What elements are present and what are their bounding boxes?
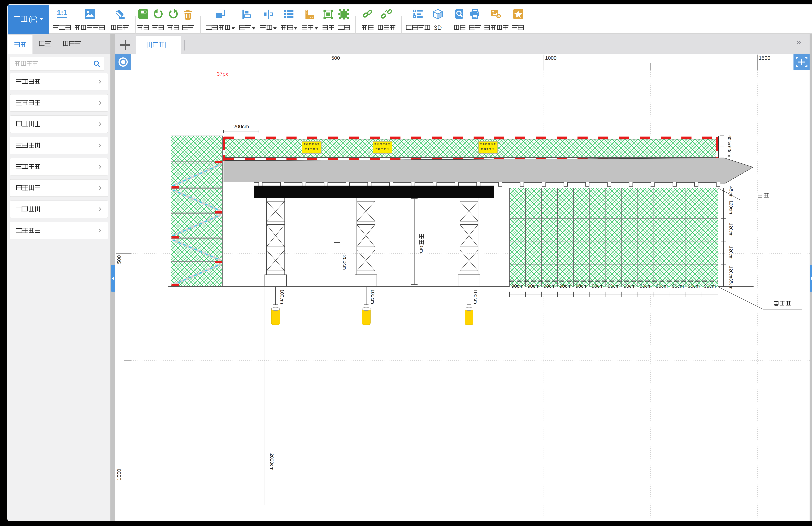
svg-text:250cm: 250cm — [342, 255, 347, 270]
svg-text:1000: 1000 — [116, 469, 122, 480]
svg-text:90cm: 90cm — [704, 283, 716, 289]
svg-text:2000cm: 2000cm — [269, 453, 275, 471]
svg-text:37px: 37px — [217, 71, 228, 77]
svg-text:90cm: 90cm — [592, 283, 604, 289]
svg-text:60cm: 60cm — [727, 146, 732, 157]
svg-text:90cm: 90cm — [527, 283, 539, 289]
svg-text:5m: 5m — [419, 246, 424, 253]
svg-text:90cm: 90cm — [672, 283, 684, 289]
svg-text:90cm: 90cm — [560, 283, 571, 289]
svg-text:90cm: 90cm — [511, 283, 523, 289]
svg-text:90cm: 90cm — [608, 283, 620, 289]
svg-text:90cm: 90cm — [688, 283, 700, 289]
svg-text:90cm: 90cm — [624, 283, 636, 289]
svg-text:500: 500 — [116, 255, 122, 264]
svg-text:120cm: 120cm — [728, 246, 734, 260]
svg-text:100cm: 100cm — [279, 289, 285, 304]
svg-text:60cm: 60cm — [727, 135, 732, 146]
svg-text:1500: 1500 — [759, 55, 770, 61]
svg-text:200cm: 200cm — [233, 123, 249, 129]
svg-text:100cm: 100cm — [370, 289, 376, 304]
svg-text:90cm: 90cm — [543, 283, 555, 289]
svg-text:90cm: 90cm — [640, 283, 652, 289]
svg-text:500: 500 — [331, 55, 340, 61]
svg-text:35cm: 35cm — [728, 278, 734, 289]
svg-text:120cm: 120cm — [728, 223, 734, 236]
svg-text:90cm: 90cm — [576, 283, 588, 289]
svg-text:1000: 1000 — [545, 55, 556, 61]
svg-text:120cm: 120cm — [728, 266, 734, 280]
svg-text:120cm: 120cm — [728, 200, 734, 214]
svg-text:90cm: 90cm — [656, 283, 668, 289]
svg-text:100cm: 100cm — [473, 289, 478, 304]
